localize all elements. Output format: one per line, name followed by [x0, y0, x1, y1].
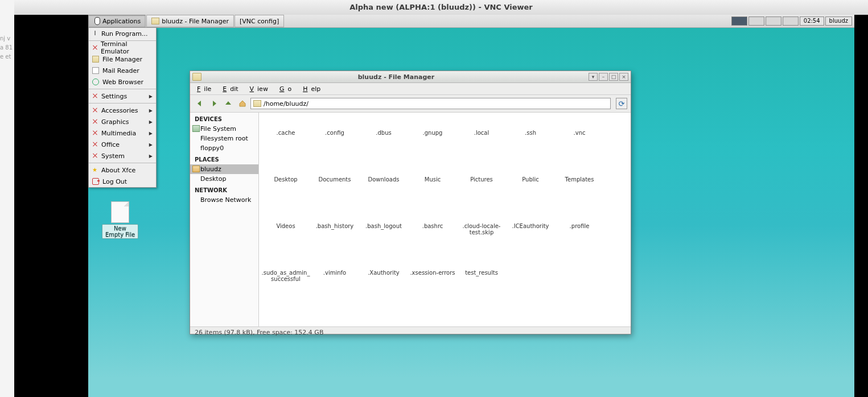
file-item[interactable]: .Xauthority [359, 256, 408, 303]
file-item[interactable]: .ICEauthority [506, 209, 555, 256]
workspace-1[interactable] [731, 16, 747, 26]
sidebar-floppy[interactable]: floppy0 [190, 143, 258, 153]
up-button[interactable] [222, 97, 235, 110]
menu-edit[interactable]: Edit [219, 84, 245, 94]
folder-icon [92, 56, 99, 63]
x-icon [92, 153, 98, 159]
taskbar-label: bluudz - File Manager [162, 18, 229, 25]
forward-button[interactable] [208, 97, 220, 110]
menu-help[interactable]: Help [299, 84, 327, 94]
folder-icon [192, 73, 201, 81]
sidebar-header-places: PLACES [190, 153, 258, 164]
taskbar-item-filemanager[interactable]: bluudz - File Manager [146, 15, 234, 27]
file-item[interactable]: .viminfo [310, 256, 359, 303]
file-item[interactable]: Public [506, 163, 555, 209]
minimize-button[interactable]: – [599, 73, 608, 81]
file-item[interactable]: .cloud-locale-test.skip [457, 209, 506, 256]
mail-icon [92, 67, 99, 74]
menu-run-program[interactable]: Run Program... [89, 28, 156, 39]
file-item[interactable]: Videos [261, 209, 310, 256]
menu-settings[interactable]: Settings▶ [89, 90, 156, 102]
menu-accessories[interactable]: Accessories▶ [89, 105, 156, 116]
xfce-desktop[interactable]: Applications bluudz - File Manager [VNC … [88, 15, 854, 397]
drive-icon [192, 125, 200, 132]
file-item[interactable]: Documents [310, 163, 359, 209]
sidebar-bluudz[interactable]: bluudz [190, 164, 258, 174]
home-button[interactable] [236, 97, 249, 110]
workspace-4[interactable] [783, 16, 799, 26]
menu-mail[interactable]: Mail Reader [89, 65, 156, 76]
file-item[interactable]: Pictures [457, 163, 506, 209]
menu-view[interactable]: View [246, 84, 275, 94]
x-icon [92, 93, 98, 99]
menu-terminal[interactable]: Terminal Emulator [89, 42, 156, 53]
file-item[interactable]: .cache [261, 116, 310, 163]
file-item[interactable]: .config [310, 116, 359, 163]
panel-tray: 02:54 bluudz [731, 15, 854, 27]
home-icon [192, 166, 200, 172]
globe-icon [92, 78, 99, 85]
workspace-2[interactable] [748, 16, 764, 26]
path-bar[interactable]: /home/bluudz/ [250, 98, 611, 109]
sidebar-desktop[interactable]: Desktop [190, 174, 258, 184]
user-button[interactable]: bluudz [825, 16, 852, 26]
file-item[interactable]: .local [457, 116, 506, 163]
file-manager-window: bluudz - File Manager ▾ – □ × File Edit … [190, 71, 631, 334]
taskbar-item-vncconfig[interactable]: [VNC config] [235, 15, 284, 27]
refresh-button[interactable]: ⟳ [616, 98, 627, 109]
menu-system[interactable]: System▶ [89, 150, 156, 162]
sidebar-browse-network[interactable]: Browse Network [190, 195, 258, 205]
separator [89, 89, 156, 89]
file-item[interactable]: .gnupg [408, 116, 457, 163]
home-icon [238, 100, 246, 107]
star-icon: ★ [92, 167, 98, 173]
submenu-arrow-icon: ▶ [149, 154, 153, 159]
file-item[interactable]: Desktop [261, 163, 310, 209]
file-item[interactable]: .xsession-errors [408, 256, 457, 303]
file-item[interactable]: .sudo_as_admin_successful [261, 256, 310, 303]
back-button[interactable] [194, 97, 206, 110]
sidebar-filesystem[interactable]: File System [190, 124, 258, 134]
menu-web[interactable]: Web Browser [89, 76, 156, 88]
menu-file[interactable]: File [194, 84, 218, 94]
applications-label: Applications [102, 18, 141, 25]
sidebar-fsroot[interactable]: Filesystem root [190, 134, 258, 143]
file-item[interactable]: .bash_history [310, 209, 359, 256]
applications-menu-button[interactable]: Applications [88, 15, 146, 27]
menu-bar: File Edit View Go Help [190, 83, 631, 95]
file-item[interactable]: Music [408, 163, 457, 209]
refresh-icon: ⟳ [619, 100, 625, 108]
submenu-arrow-icon: ▶ [149, 142, 153, 147]
desktop-icon-newfile[interactable]: New Empty File [102, 201, 138, 239]
sidebar-header-devices: DEVICES [190, 113, 258, 124]
file-item[interactable]: .vnc [555, 116, 604, 163]
window-titlebar[interactable]: bluudz - File Manager ▾ – □ × [190, 71, 631, 83]
file-item[interactable]: test_results [457, 256, 506, 303]
logout-icon [92, 178, 99, 185]
menu-graphics[interactable]: Graphics▶ [89, 116, 156, 127]
menu-logout[interactable]: Log Out [89, 176, 156, 187]
shade-button[interactable]: ▾ [589, 73, 598, 81]
menu-about[interactable]: ★About Xfce [89, 164, 156, 176]
x-icon [92, 119, 98, 125]
file-item[interactable]: Downloads [359, 163, 408, 209]
menu-file-manager[interactable]: File Manager [89, 53, 156, 65]
menu-go[interactable]: Go [276, 84, 298, 94]
file-item[interactable]: .bashrc [408, 209, 457, 256]
file-grid[interactable]: .cache.config.dbus.gnupg.local.ssh.vncDe… [259, 113, 631, 326]
file-item[interactable]: .bash_logout [359, 209, 408, 256]
clock[interactable]: 02:54 [800, 16, 824, 26]
workspace-3[interactable] [766, 16, 781, 26]
close-button[interactable]: × [619, 73, 628, 81]
file-item[interactable]: Templates [555, 163, 604, 209]
vnc-frame: Applications bluudz - File Manager [VNC … [14, 15, 868, 397]
x-icon [92, 45, 97, 51]
menu-office[interactable]: Office▶ [89, 139, 156, 150]
submenu-arrow-icon: ▶ [149, 119, 153, 125]
file-item[interactable]: .dbus [359, 116, 408, 163]
maximize-button[interactable]: □ [609, 73, 618, 81]
file-item[interactable]: .ssh [506, 116, 555, 163]
file-item[interactable]: .profile [555, 209, 604, 256]
menu-multimedia[interactable]: Multimedia▶ [89, 127, 156, 139]
fm-body: DEVICES File System Filesystem root flop… [190, 113, 631, 326]
